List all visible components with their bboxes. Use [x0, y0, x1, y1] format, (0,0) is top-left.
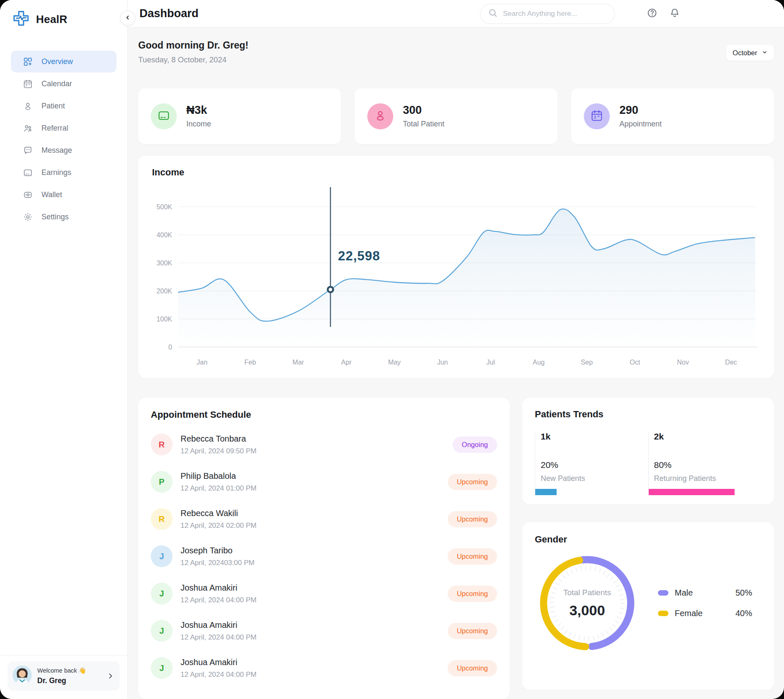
patient-avatar: J [151, 583, 173, 604]
card-icon [157, 109, 170, 123]
sidebar-item-label: Message [41, 146, 72, 155]
help-button[interactable] [647, 8, 658, 20]
appointment-row[interactable]: JJoshua Amakiri12 April, 2024 04:00 PMUp… [151, 583, 497, 604]
sidebar-item-label: Patient [41, 102, 65, 111]
status-badge: Upcoming [448, 548, 497, 565]
sidebar-item-earnings[interactable]: Earnings [11, 162, 116, 183]
status-badge: Upcoming [448, 623, 497, 639]
month-select-value: October [732, 49, 757, 57]
user-icon [367, 103, 393, 129]
appointment-row[interactable]: JJoseph Taribo12 April, 202403:00 PMUpco… [151, 545, 497, 567]
search-icon [488, 8, 498, 20]
chevron-left-icon [124, 14, 132, 23]
stat-card-total-patient: 300Total Patient [355, 88, 557, 144]
svg-text:Feb: Feb [244, 359, 256, 366]
app-root: HealR OverviewCalendarPatientReferralMes… [0, 0, 784, 699]
sidebar-item-label: Overview [41, 57, 73, 66]
sidebar-item-message[interactable]: Message [11, 139, 116, 161]
svg-text:Aug: Aug [533, 359, 544, 366]
brand: HealR [0, 0, 127, 30]
status-badge: Upcoming [448, 586, 497, 602]
sidebar-item-referral[interactable]: Referral [11, 117, 116, 139]
user-profile-chip[interactable]: Welcome back 👋 Dr. Greg [8, 661, 120, 691]
greeting-date: Tuesday, 8 October, 2024 [138, 55, 248, 64]
topbar: Dashboard [128, 0, 784, 28]
appointment-datetime: 12 April, 2024 02:00 PM [181, 522, 256, 530]
appointment-row[interactable]: RRebecca Wakili12 April, 2024 02:00 PMUp… [151, 508, 497, 530]
stat-value: ₦3k [186, 104, 211, 117]
legend-label: Male [675, 588, 693, 598]
gender-legend: Male50%Female40% [658, 588, 752, 618]
sidebar-item-label: Referral [41, 124, 68, 133]
appointment-row[interactable]: JJoshua Amakiri12 April, 2024 04:00 PMUp… [151, 657, 497, 679]
trend-count: 2k [654, 432, 762, 442]
sidebar-footer: Welcome back 👋 Dr. Greg [0, 655, 127, 699]
patients-trends-columns: 1k20%New Patients2k80%Returning Patients [535, 432, 761, 495]
appointment-datetime: 12 April, 202403:00 PM [181, 559, 255, 567]
sidebar-item-label: Earnings [41, 168, 71, 177]
svg-text:200K: 200K [157, 288, 173, 295]
grid-icon [23, 57, 33, 67]
notifications-button[interactable] [669, 8, 680, 20]
patient-name: Rebecca Wakili [181, 509, 256, 518]
stat-value: 300 [403, 104, 444, 117]
appointment-datetime: 12 April, 2024 04:00 PM [181, 671, 256, 679]
sidebar-collapse-button[interactable] [120, 10, 135, 26]
appointment-datetime: 12 April, 2024 01:00 PM [181, 484, 256, 493]
appointment-info: Joshua Amakiri12 April, 2024 04:00 PM [181, 658, 256, 679]
stat-card-appointment: 290Appointment [571, 88, 774, 144]
patient-avatar: J [151, 620, 173, 642]
patient-avatar: J [151, 545, 173, 567]
svg-text:Jun: Jun [437, 359, 448, 366]
main-area: Dashboard Good morning [128, 0, 784, 699]
stat-label: Income [186, 120, 211, 128]
appointment-row[interactable]: JJoshua Amakiri12 April, 2024 04:00 PMUp… [151, 620, 497, 642]
income-line-chart[interactable]: 0100K200K300K400K500KJanFebMarAprMayJunJ… [152, 180, 760, 373]
greeting-row: Good morning Dr. Greg! Tuesday, 8 Octobe… [138, 40, 774, 64]
calendar-icon [591, 109, 603, 123]
avatar [13, 666, 32, 686]
user-texts: Welcome back 👋 Dr. Greg [37, 667, 86, 685]
sidebar-item-overview[interactable]: Overview [11, 51, 116, 72]
trend-label: New Patients [541, 474, 648, 483]
patient-name: Joshua Amakiri [181, 658, 256, 667]
message-icon [23, 146, 33, 155]
trend-label: Returning Patients [654, 474, 762, 483]
welcome-text: Welcome back 👋 [37, 667, 86, 674]
sidebar-item-settings[interactable]: Settings [11, 206, 116, 228]
svg-text:400K: 400K [157, 231, 173, 239]
legend-swatch [658, 611, 668, 616]
appointment-schedule-card: Appointment Schedule RRebecca Tonbara12 … [138, 398, 510, 699]
appointment-row[interactable]: RRebecca Tonbara12 April, 2024 09:50 PMO… [151, 434, 497, 455]
svg-text:Nov: Nov [677, 359, 689, 366]
stat-texts: ₦3kIncome [186, 104, 211, 128]
svg-text:Mar: Mar [292, 359, 304, 366]
legend-row-male: Male50% [658, 588, 752, 598]
trend-percent: 20% [541, 460, 648, 470]
chevron-down-icon [762, 49, 768, 57]
patients-trends-title: Patients Trends [535, 409, 761, 420]
appointment-info: Philip Babalola12 April, 2024 01:00 PM [181, 471, 256, 493]
stat-texts: 290Appointment [619, 104, 662, 128]
stat-value: 290 [619, 104, 662, 117]
status-badge: Upcoming [448, 511, 497, 527]
gender-donut-chart[interactable]: Total Patients 3,000 [535, 551, 640, 655]
gender-card: Gender Total Patients 3,000 Male50%Femal… [522, 522, 774, 690]
sidebar-item-wallet[interactable]: Wallet [11, 184, 116, 206]
total-patients-value: 3,000 [569, 602, 605, 619]
search-input[interactable] [503, 10, 607, 18]
svg-text:0: 0 [168, 344, 172, 351]
stat-texts: 300Total Patient [403, 104, 444, 128]
month-select[interactable]: October [726, 45, 774, 61]
stat-cards: ₦3kIncome300Total Patient290Appointment [138, 88, 774, 144]
sidebar-item-calendar[interactable]: Calendar [11, 73, 116, 95]
income-chart-card: Income 0100K200K300K400K500KJanFebMarApr… [138, 156, 774, 378]
appointment-row[interactable]: PPhilip Babalola12 April, 2024 01:00 PMU… [151, 471, 497, 493]
trend-percent: 80% [654, 460, 762, 470]
svg-text:May: May [388, 359, 401, 366]
sidebar-item-label: Calendar [41, 80, 72, 88]
svg-text:300K: 300K [157, 260, 173, 267]
content: Good morning Dr. Greg! Tuesday, 8 Octobe… [128, 28, 784, 699]
stat-card-income: ₦3kIncome [138, 88, 341, 144]
sidebar-item-patient[interactable]: Patient [11, 95, 116, 117]
